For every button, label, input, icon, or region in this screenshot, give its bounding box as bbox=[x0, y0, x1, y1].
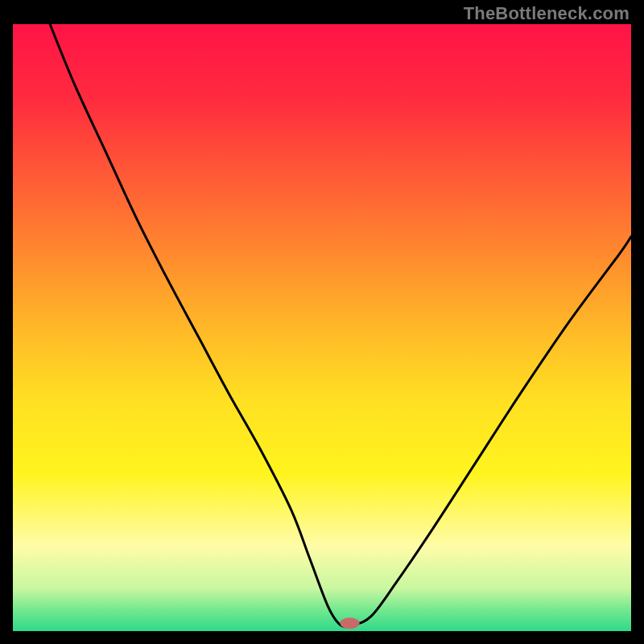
chart-container: TheBottleneck.com bbox=[0, 0, 644, 644]
chart-svg bbox=[13, 24, 631, 631]
watermark-text: TheBottleneck.com bbox=[464, 3, 630, 24]
min-marker bbox=[341, 617, 360, 629]
plot-area bbox=[13, 24, 631, 631]
gradient-background bbox=[13, 24, 631, 631]
